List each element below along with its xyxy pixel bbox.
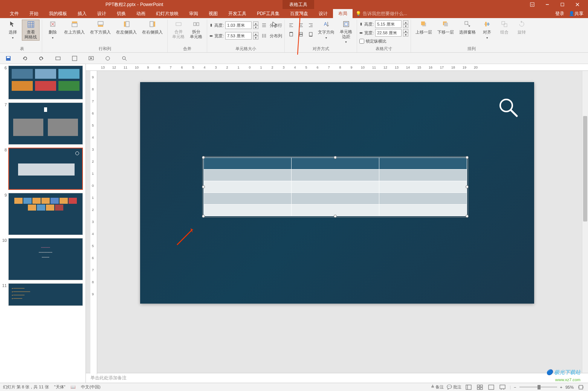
- vertical-scrollbar[interactable]: [582, 71, 588, 373]
- group-button[interactable]: 组合: [496, 20, 513, 36]
- selection-handle-n[interactable]: [334, 156, 337, 159]
- bring-forward-button[interactable]: 上移一层: [413, 20, 434, 36]
- zoom-out-button[interactable]: −: [514, 385, 516, 389]
- save-button[interactable]: [5, 55, 12, 62]
- minimize-button[interactable]: [540, 0, 555, 9]
- sorter-view-button[interactable]: [476, 384, 484, 391]
- selection-handle-se[interactable]: [466, 215, 469, 218]
- table-height-input[interactable]: 5.15 厘米: [375, 20, 402, 28]
- tab-view[interactable]: 视图: [203, 9, 223, 18]
- fit-window-button[interactable]: [577, 384, 585, 391]
- height-up[interactable]: ▲: [253, 21, 258, 25]
- distribute-cols-button[interactable]: [260, 32, 268, 40]
- selection-handle-w[interactable]: [202, 185, 205, 188]
- slide-thumbnails-panel[interactable]: 6 7 8 9 10: [0, 64, 86, 383]
- normal-view-button[interactable]: [464, 384, 473, 391]
- tell-me-search[interactable]: 💡 告诉我您想要做什么...: [356, 11, 407, 17]
- distribute-rows-button[interactable]: [260, 21, 268, 29]
- align-bottom-button[interactable]: [307, 30, 315, 38]
- selection-pane-button[interactable]: 选择窗格: [457, 20, 478, 36]
- comments-toggle[interactable]: 💬 批注: [447, 384, 461, 390]
- svg-rect-74: [480, 385, 483, 387]
- align-button[interactable]: 对齐▼: [479, 20, 495, 40]
- text-direction-button[interactable]: A 文字方向▼: [316, 20, 337, 40]
- share-button[interactable]: 👤共享: [569, 11, 583, 17]
- lock-aspect-checkbox[interactable]: [359, 39, 364, 44]
- send-backward-button[interactable]: 下移一层: [435, 20, 456, 36]
- width-up[interactable]: ▲: [253, 32, 258, 36]
- horizontal-ruler[interactable]: 1312111098765432101234567891011121314151…: [86, 64, 588, 71]
- cell-margins-button[interactable]: 单元格 边距▼: [338, 20, 354, 44]
- tab-template[interactable]: 我的模板: [44, 9, 72, 18]
- slide-thumbnail-9[interactable]: [8, 193, 83, 235]
- insert-above-button[interactable]: 在上方插入: [62, 20, 87, 36]
- notes-toggle[interactable]: ≜ 备注: [431, 384, 444, 390]
- slide-canvas[interactable]: [140, 82, 534, 304]
- tab-table-design[interactable]: 设计: [313, 9, 333, 18]
- close-button[interactable]: [570, 0, 585, 9]
- slide-thumbnail-7[interactable]: [8, 102, 83, 145]
- merge-cells-button[interactable]: 合并 单元格: [170, 20, 187, 40]
- slideshow-view-button[interactable]: [498, 384, 507, 391]
- insert-below-button[interactable]: 在下方插入: [88, 20, 113, 36]
- vertical-ruler[interactable]: 9876543210123456789: [90, 71, 97, 374]
- selection-handle-nw[interactable]: [202, 156, 205, 159]
- tab-pdf[interactable]: PDF工具集: [252, 9, 285, 18]
- tab-table-layout[interactable]: 布局: [333, 9, 353, 18]
- maximize-button[interactable]: [555, 0, 570, 9]
- svg-rect-21: [176, 23, 181, 26]
- width-down[interactable]: ▼: [253, 36, 258, 40]
- scrollbar-thumb[interactable]: [583, 116, 587, 221]
- tab-insert[interactable]: 插入: [72, 9, 92, 18]
- spellcheck-icon[interactable]: 📖: [70, 385, 76, 389]
- tab-file[interactable]: 文件: [5, 9, 24, 18]
- insert-left-button[interactable]: 在左侧插入: [114, 20, 139, 36]
- selection-handle-e[interactable]: [466, 185, 469, 188]
- ribbon-options-button[interactable]: [525, 0, 540, 9]
- undo-button[interactable]: [21, 55, 29, 62]
- slide-thumbnail-8[interactable]: [8, 148, 83, 190]
- language-indicator[interactable]: 中文(中国): [81, 384, 100, 390]
- zoom-slider[interactable]: [519, 386, 557, 388]
- delete-button[interactable]: 删除▼: [44, 20, 61, 40]
- slide-thumbnail-11[interactable]: ● ━━━━━━━━━━● ━━━━━━━━━━━━━━━● ━━━━━━━━━…: [8, 283, 83, 306]
- cell-width-input[interactable]: 7.53 厘米: [225, 32, 252, 40]
- selection-handle-ne[interactable]: [466, 156, 469, 159]
- cell-height-input[interactable]: 1.03 厘米: [225, 21, 252, 29]
- main-area: 6 7 8 9 10: [0, 64, 588, 383]
- select-button[interactable]: 选择 ▼: [5, 20, 21, 40]
- tab-review[interactable]: 审阅: [184, 9, 203, 18]
- tab-design[interactable]: 设计: [92, 9, 111, 18]
- zoom-in-button[interactable]: +: [560, 385, 562, 389]
- split-cells-button[interactable]: 拆分 单元格: [188, 20, 205, 40]
- redo-button[interactable]: [38, 55, 45, 62]
- selection-handle-sw[interactable]: [202, 215, 205, 218]
- tab-home[interactable]: 开始: [24, 9, 44, 18]
- tab-developer[interactable]: 开发工具: [223, 9, 252, 18]
- slide-table[interactable]: [203, 157, 467, 216]
- slide-thumbnail-10[interactable]: ━━━━━━━━━━━━━━━━━━━━: [8, 238, 83, 280]
- zoom-level[interactable]: 95%: [565, 385, 574, 389]
- qat-btn-8[interactable]: [121, 55, 128, 62]
- tab-slideshow[interactable]: 幻灯片放映: [151, 9, 184, 18]
- tab-transition[interactable]: 切换: [111, 9, 131, 18]
- qat-btn-7[interactable]: [104, 55, 111, 62]
- login-button[interactable]: 登录: [555, 11, 564, 17]
- selection-handle-s[interactable]: [334, 215, 337, 218]
- svg-point-65: [106, 57, 110, 60]
- qat-btn-4[interactable]: [54, 55, 62, 62]
- view-gridlines-button[interactable]: 查看 网格线: [22, 20, 40, 41]
- table-width-input[interactable]: 22.58 厘米: [375, 29, 402, 37]
- rotate-button[interactable]: 旋转: [513, 20, 530, 36]
- height-down[interactable]: ▼: [253, 25, 258, 29]
- qat-btn-5[interactable]: [71, 55, 78, 62]
- tab-animation[interactable]: 动画: [131, 9, 151, 18]
- align-right-button[interactable]: [307, 21, 315, 29]
- slide-thumbnail-6[interactable]: [8, 66, 83, 99]
- reading-view-button[interactable]: [487, 384, 495, 391]
- start-slideshow-button[interactable]: [87, 55, 95, 62]
- canvas-area[interactable]: [86, 71, 588, 373]
- notes-placeholder[interactable]: 单击此处添加备注: [86, 373, 588, 383]
- theme-name: "天体": [54, 384, 66, 390]
- insert-right-button[interactable]: 在右侧插入: [140, 20, 165, 36]
